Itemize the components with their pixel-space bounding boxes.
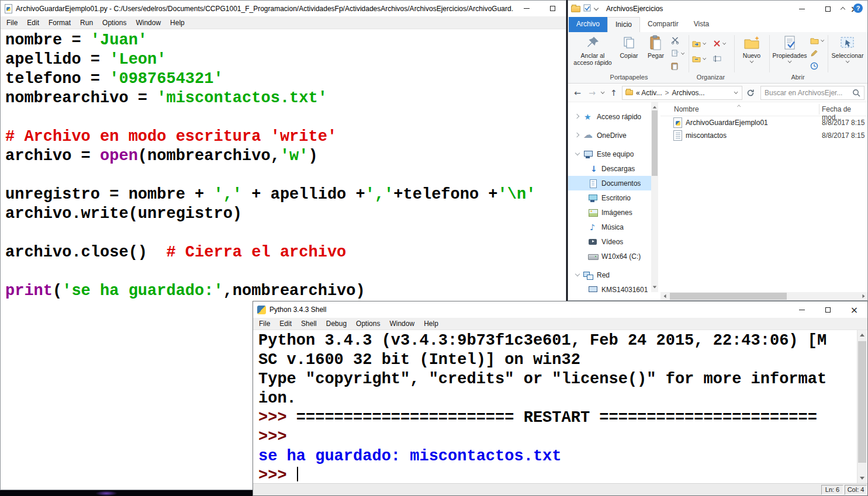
minimize-button[interactable] [513,1,540,16]
menu-window[interactable]: Window [131,16,165,29]
scroll-right-arrow[interactable] [859,292,867,300]
sort-ascending-icon [737,104,741,107]
menu-help[interactable]: Help [419,317,443,330]
idle-file-icon [5,4,12,13]
explorer-minimize-button[interactable] [789,1,815,17]
properties-label: Propiedades [773,52,807,59]
explorer-tab-archivo[interactable]: Archivo [569,17,607,32]
menu-options[interactable]: Options [98,16,131,29]
ribbon-collapse-icon[interactable] [841,6,846,11]
select-button[interactable]: Seleccionar [829,33,866,64]
menu-debug[interactable]: Debug [321,317,351,330]
menu-shell[interactable]: Shell [296,317,321,330]
back-button[interactable]: ← [571,88,584,98]
breadcrumb-parent[interactable]: « Activ... [636,89,662,97]
copy-button[interactable]: Copiar [616,33,642,59]
paste-shortcut-button[interactable] [671,60,689,72]
shell-text-area[interactable]: Python 3.4.3 (v3.4.3:9b73f1c3e601, Feb 2… [254,330,857,483]
recent-locations-icon[interactable] [601,91,605,95]
forward-button[interactable]: → [586,88,599,98]
cut-button[interactable] [671,34,689,47]
new-label: Nuevo [743,52,760,59]
menu-format[interactable]: Format [44,16,75,29]
search-input[interactable]: Buscar en ArchivosEjer... [760,86,864,100]
explorer-tab-compartir[interactable]: Compartir [640,17,686,32]
address-bar[interactable]: « Activ... > Archivos... [622,86,742,100]
help-icon[interactable]: ? [853,4,863,13]
scroll-left-arrow[interactable] [660,292,669,300]
shell-scrollbar[interactable] [857,330,867,483]
scroll-down-arrow[interactable] [857,473,867,483]
menu-edit[interactable]: Edit [22,16,44,29]
rename-button[interactable] [713,52,732,65]
shell-close-button[interactable]: × [841,301,867,318]
scrollbar-thumb[interactable] [858,341,866,463]
sidebar-item-musica[interactable]: Música [568,220,651,234]
column-header-nombre[interactable]: Nombre [674,105,699,113]
refresh-button[interactable] [744,86,757,100]
sidebar-scrollbar[interactable] [651,102,658,292]
editor-titlebar[interactable]: ArchivoGuardarEjemplo01.py - C:/Users/ed… [1,1,566,16]
expander-icon[interactable] [575,151,582,157]
breadcrumb-current[interactable]: Archivos... [672,89,704,97]
edit-button[interactable] [810,47,828,60]
delete-button[interactable] [713,37,732,50]
sidebar-item-onedrive[interactable]: OneDrive [568,128,651,143]
expander-icon[interactable] [575,133,582,138]
sidebar-item-w10x64-c[interactable]: W10x64 (C:) [568,249,651,263]
code-line: archivo = open(nombrearchivo,'w') [5,147,565,166]
explorer-tab-vista[interactable]: Vista [686,17,717,32]
maximize-button[interactable] [540,1,566,16]
menu-help[interactable]: Help [165,16,189,29]
menu-edit[interactable]: Edit [275,317,296,330]
shell-titlebar[interactable]: Python 3.4.3 Shell × [253,301,867,318]
qat-dropdown-icon[interactable] [594,6,599,12]
column-header-fecha[interactable]: Fecha de mod... [822,105,867,122]
menu-file[interactable]: File [2,16,22,29]
sidebar-item-documentos[interactable]: Documentos [568,176,651,190]
menu-window[interactable]: Window [385,317,419,330]
shell-maximize-button[interactable] [815,301,841,318]
scrollbar-thumb[interactable] [670,293,787,300]
menu-options[interactable]: Options [351,317,385,330]
expander-icon[interactable] [575,272,582,278]
desktop: ArchivoGuardarEjemplo01.py - C:/Users/ed… [0,0,868,496]
music-icon [588,223,598,232]
computer-icon [583,150,593,159]
code-line: se ha guardado: miscontactos.txt [258,447,857,466]
open-button[interactable] [810,34,828,47]
sidebar-item-imagenes[interactable]: Imágenes [568,205,651,220]
paste-button[interactable]: Pegar [643,33,669,59]
sidebar-item-acceso-rapido[interactable]: Acceso rápido [568,109,651,124]
copy-to-button[interactable] [692,52,711,65]
menu-run[interactable]: Run [75,16,98,29]
file-row-miscontactos[interactable]: miscontactos8/8/2017 8:15 [660,129,867,142]
code-line: >>> [258,466,857,483]
sidebar-item-kms14031601[interactable]: KMS14031601 [568,282,651,292]
sidebar-item-descargas[interactable]: Descargas [568,161,651,176]
copy-path-button[interactable] [671,47,689,60]
column-divider[interactable] [819,104,819,115]
address-dropdown-icon[interactable] [734,91,738,95]
sidebar-item-escritorio[interactable]: Escritorio [568,190,651,205]
properties-button[interactable]: Propiedades [772,33,808,64]
up-button[interactable]: ↑ [607,88,620,98]
horizontal-scrollbar[interactable] [660,292,867,300]
history-button[interactable] [810,60,828,72]
expander-icon[interactable] [575,114,582,119]
sidebar-item-este-equipo[interactable]: Este equipo [568,147,651,161]
shell-minimize-button[interactable] [789,301,815,318]
sidebar-item-videos[interactable]: Vídeos [568,234,651,249]
scrollbar-thumb[interactable] [652,110,658,176]
explorer-tab-inicio[interactable]: Inicio [607,17,640,32]
new-button[interactable]: Nuevo [736,33,767,64]
scroll-up-arrow[interactable] [857,330,867,340]
explorer-maximize-button[interactable] [815,1,841,17]
menu-file[interactable]: File [254,317,275,330]
sidebar-item-red[interactable]: Red [568,268,651,282]
qat-properties-icon[interactable] [583,4,591,13]
explorer-titlebar[interactable]: ArchivosEjercicios × [568,1,867,17]
pin-quick-access-button[interactable]: Anclar al acceso rápido [572,33,614,66]
move-to-button[interactable] [692,37,711,50]
scroll-down-arrow[interactable] [651,282,658,292]
